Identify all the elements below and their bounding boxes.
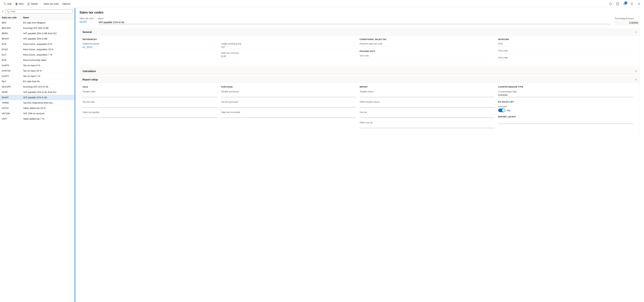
eu-sales-list-title: EU SALES LIST <box>498 101 633 103</box>
general-cols: REFERENCES Settlement period NL_MON Ledg… <box>82 38 637 63</box>
taxable-sales-value[interactable] <box>82 94 218 97</box>
ledger-col: Ledger posting group VAT Sales tax curre… <box>221 38 360 63</box>
sales-tax-currency-field: Sales tax currency EUR <box>221 52 355 58</box>
tax-free-sale-value[interactable] <box>82 104 218 108</box>
toolbar-right: 0 <box>608 1 642 7</box>
list-item[interactable]: NL0EU sale from NL <box>0 79 74 84</box>
list-item[interactable]: InVAT7Tax on input 7 % <box>0 74 74 79</box>
invoicing-col: INVOICING Print Print code Print code <box>498 38 637 63</box>
list-item[interactable]: BE0EU sale from Belgium <box>0 20 74 26</box>
refresh-btn[interactable] <box>629 1 635 7</box>
ledger-posting-group-label: Ledger posting group <box>221 43 355 45</box>
use-tax-value[interactable] <box>360 114 494 118</box>
list-item-name: VAT payable 21% in NL <box>23 96 73 99</box>
col-header-name: Name <box>23 16 73 19</box>
taxable-import-value[interactable] <box>360 94 494 97</box>
print-code-value-1[interactable] <box>498 53 632 54</box>
toolbar: ✏️ Edit ➕ New 🗑️ Delete Sales tax code O… <box>0 0 644 8</box>
edit-button[interactable]: ✏️ Edit <box>2 2 13 6</box>
general-chevron-icon: ∧ <box>635 31 637 33</box>
options-label: Options <box>62 3 70 5</box>
print-code-value-2[interactable] <box>498 60 632 61</box>
list-item[interactable]: InVAT19Tax on input 19 % <box>0 68 74 74</box>
list-item[interactable]: EUSIntra-Community sales <box>0 58 74 63</box>
list-item-code: InVAT0 <box>2 64 23 67</box>
yes-label: Yes <box>507 109 510 112</box>
list-item[interactable]: BEVATVAT payable 20% in BE <box>0 36 74 42</box>
sales-tax-receivable-field: Sales tax receivable <box>221 111 356 118</box>
sales-tax-payable-value[interactable] <box>82 114 218 118</box>
search-box[interactable]: 🔍 <box>5 9 73 14</box>
list-item[interactable]: THIRDTax-free Shipments third ctry <box>0 100 74 106</box>
list-item-name: EU sale from NL <box>23 80 73 83</box>
country-region-type-value[interactable]: Domestic <box>498 94 633 97</box>
tax-free-purchase-value[interactable] <box>221 104 356 108</box>
payment-sales-tax-code-value[interactable] <box>360 46 494 47</box>
list-body: BE0EU sale from BelgiumBEInVATIncoming V… <box>0 20 74 302</box>
ledger-posting-group-value[interactable]: VAT <box>221 46 355 49</box>
report-layout-value[interactable] <box>498 120 633 124</box>
list-item[interactable]: BERCVAT payable 20% in BE from EU <box>0 31 74 36</box>
book-icon-btn[interactable] <box>615 1 620 7</box>
name-field-input[interactable] <box>98 21 610 24</box>
list-item-name: Incoming VAT 20% in BE <box>23 27 73 29</box>
new-button[interactable]: ➕ New <box>14 2 25 6</box>
list-item[interactable]: NLVATVAT payable 21% in NL <box>0 95 74 100</box>
list-item-code: NLVAT <box>2 96 23 99</box>
list-item[interactable]: BEInVATIncoming VAT 20% in BE <box>0 26 74 31</box>
list-item[interactable]: VAT19Value added tax 19 % <box>0 106 74 111</box>
taxable-purchases-value[interactable] <box>221 94 356 97</box>
list-item-code: BEVAT <box>2 37 23 40</box>
offset-use-tax-value[interactable] <box>360 125 494 128</box>
list-item[interactable]: NLInVATIncoming VAT 21% in NL <box>0 84 74 90</box>
sort-code-value[interactable] <box>360 58 494 59</box>
print-field: Print <box>498 43 632 47</box>
payment-sales-tax-code-field: Payment sales tax code <box>360 43 494 47</box>
list-item-code: NLRC <box>2 91 23 93</box>
sales-tax-currency-value[interactable]: EUR <box>221 55 355 58</box>
name-field-group: Name <box>98 17 610 24</box>
excluded-toggle[interactable] <box>498 109 505 112</box>
report-setup-section-header[interactable]: Report setup ∧ <box>80 76 640 83</box>
sales-tax-code-value[interactable]: NLVAT <box>80 21 94 24</box>
close-btn[interactable] <box>636 1 642 7</box>
list-item[interactable]: EU7Intra-Comm. acquisition 7 % <box>0 52 74 58</box>
toolbar-separator-1 <box>40 2 41 6</box>
list-item-code: EU7 <box>2 53 23 56</box>
filter-icon: ▽ <box>2 10 4 13</box>
list-item[interactable]: EU0Intra-Comm. acquisition 0 % <box>0 42 74 47</box>
report-setup-chevron-icon: ∧ <box>635 78 637 81</box>
sales-tax-code-button[interactable]: Sales tax code <box>42 2 60 6</box>
excluded-field: Excluded Yes <box>498 105 633 112</box>
calculation-chevron-icon: ∨ <box>635 70 637 72</box>
edit-icon: ✏️ <box>4 3 6 5</box>
delete-button[interactable]: 🗑️ Delete <box>26 2 39 6</box>
list-item[interactable]: VAT7Value added tax 7 % <box>0 116 74 122</box>
list-item[interactable]: EU19Intra-Comm. acquisition 19 % <box>0 47 74 52</box>
offset-taxable-import-value[interactable] <box>360 104 494 108</box>
sales-tax-receivable-value[interactable] <box>221 114 356 118</box>
diamond-icon-btn[interactable] <box>608 1 614 7</box>
search-input[interactable] <box>10 10 71 13</box>
excluded-label: Excluded <box>498 105 633 108</box>
list-item[interactable]: InVAT0Tax on input 0 % <box>0 63 74 68</box>
list-item[interactable]: NLRCVAT payable 21% in NL from EU <box>0 90 74 95</box>
delete-icon: 🗑️ <box>27 3 30 5</box>
list-item-code: THIRD <box>2 101 23 104</box>
print-code-label-1: Print code <box>498 50 632 52</box>
purchase-col-title: PURCHASE <box>221 86 356 88</box>
options-button[interactable]: Options <box>61 2 72 6</box>
general-section-header[interactable]: General ∧ <box>80 29 640 36</box>
settlement-period-value[interactable]: NL_MON <box>82 46 217 49</box>
import-col: IMPORT Taxable import Offset taxable imp… <box>360 86 498 132</box>
list-item-name: Intra-Community sales <box>23 59 73 61</box>
ledger-posting-group-field: Ledger posting group VAT <box>221 43 355 49</box>
left-panel: ▽ 🔍 Sales tax code ↑ Name BE0EU sale fro… <box>0 8 75 302</box>
calculation-section-header[interactable]: Calculation ∨ <box>80 68 640 75</box>
country-region-type-field: Country/region type Domestic <box>498 90 633 97</box>
percentage-amount-value: 0.00000 <box>615 21 640 25</box>
list-item[interactable]: VAT19AVAT 19% on account <box>0 111 74 116</box>
print-value[interactable] <box>498 46 632 47</box>
packing-duty-group: PACKING DUTY Sort code <box>360 50 494 59</box>
general-section-title: General <box>82 31 92 34</box>
